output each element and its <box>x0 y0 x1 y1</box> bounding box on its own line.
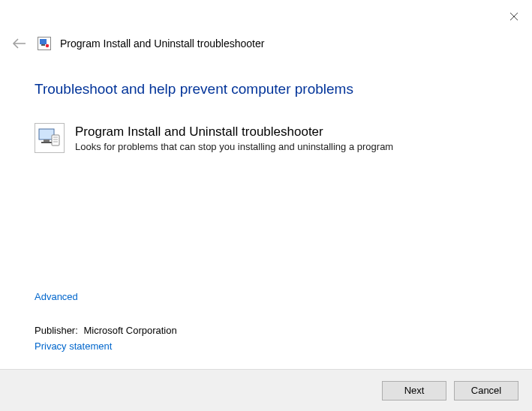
privacy-link[interactable]: Privacy statement <box>35 340 112 352</box>
monitor-icon <box>38 128 61 148</box>
troubleshooter-title: Program Install and Uninstall troublesho… <box>75 124 393 140</box>
cancel-button[interactable]: Cancel <box>454 381 518 400</box>
back-button[interactable] <box>11 34 29 52</box>
window-title: Program Install and Uninstall troublesho… <box>60 38 264 50</box>
lower-block: Advanced Publisher: Microsoft Corporatio… <box>35 291 509 352</box>
svg-rect-10 <box>52 135 59 146</box>
page-heading: Troubleshoot and help prevent computer p… <box>35 81 509 98</box>
publisher-name: Microsoft Corporation <box>83 325 176 336</box>
svg-rect-9 <box>41 142 52 143</box>
troubleshooter-icon-box <box>35 123 65 153</box>
close-icon <box>509 12 518 21</box>
next-button[interactable]: Next <box>382 381 446 400</box>
close-button[interactable] <box>502 6 526 27</box>
publisher-label: Publisher: <box>35 325 78 336</box>
content-area: Troubleshoot and help prevent computer p… <box>35 81 509 153</box>
svg-rect-5 <box>41 44 45 46</box>
troubleshooter-description: Looks for problems that can stop you ins… <box>75 141 393 152</box>
svg-point-6 <box>46 44 49 47</box>
titlebar <box>0 0 532 30</box>
back-arrow-icon <box>12 38 27 49</box>
advanced-link[interactable]: Advanced <box>35 291 78 302</box>
svg-rect-8 <box>44 140 50 142</box>
troubleshooter-icon <box>38 37 51 50</box>
app-icon <box>38 37 51 50</box>
troubleshooter-window: Program Install and Uninstall troublesho… <box>0 0 532 411</box>
footer: Next Cancel <box>0 369 532 411</box>
svg-rect-4 <box>40 39 47 44</box>
publisher-row: Publisher: Microsoft Corporation <box>35 325 509 336</box>
troubleshooter-text: Program Install and Uninstall troublesho… <box>75 123 393 152</box>
troubleshooter-item: Program Install and Uninstall troublesho… <box>35 123 509 153</box>
header-row: Program Install and Uninstall troublesho… <box>0 30 532 62</box>
